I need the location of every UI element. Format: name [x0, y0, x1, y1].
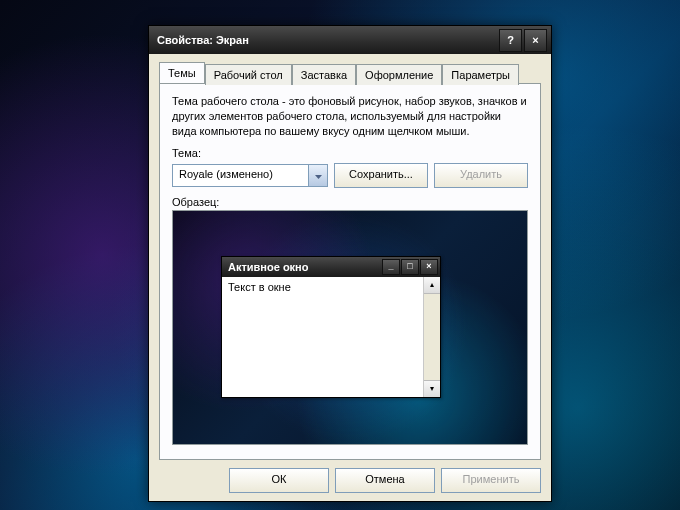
preview-maximize-button: □: [401, 259, 419, 275]
cancel-button[interactable]: Отмена: [335, 468, 435, 493]
button-label: Удалить: [460, 168, 502, 180]
scroll-down-icon: ▾: [424, 380, 440, 397]
combobox-dropdown-button[interactable]: [308, 165, 327, 186]
button-label: Сохранить...: [349, 168, 413, 180]
display-properties-dialog: Свойства: Экран ? × Темы Рабочий стол За…: [148, 25, 552, 502]
tab-label: Рабочий стол: [214, 69, 283, 81]
theme-combobox[interactable]: Royale (изменено): [172, 164, 328, 187]
help-icon: ?: [507, 34, 514, 46]
preview-window-titlebar: Активное окно _ □ ×: [222, 257, 440, 277]
dialog-footer: ОК Отмена Применить: [159, 460, 541, 493]
tab-label: Оформление: [365, 69, 433, 81]
tab-screensaver[interactable]: Заставка: [292, 64, 356, 85]
preview-window-text: Текст в окне: [222, 277, 423, 397]
close-icon: ×: [426, 262, 431, 271]
theme-combobox-value: Royale (изменено): [173, 165, 308, 186]
theme-preview: Активное окно _ □ × Текст в окне ▴ ▾: [172, 210, 528, 445]
tab-label: Параметры: [451, 69, 510, 81]
button-label: Применить: [463, 473, 520, 485]
button-label: ОК: [272, 473, 287, 485]
delete-theme-button: Удалить: [434, 163, 528, 188]
titlebar[interactable]: Свойства: Экран ? ×: [149, 26, 551, 54]
tab-label: Заставка: [301, 69, 347, 81]
preview-scrollbar: ▴ ▾: [423, 277, 440, 397]
apply-button: Применить: [441, 468, 541, 493]
preview-minimize-button: _: [382, 259, 400, 275]
theme-description: Тема рабочего стола - это фоновый рисуно…: [172, 94, 528, 139]
ok-button[interactable]: ОК: [229, 468, 329, 493]
preview-window-body: Текст в окне ▴ ▾: [222, 277, 440, 397]
chevron-down-icon: [315, 169, 322, 181]
tab-strip: Темы Рабочий стол Заставка Оформление Па…: [159, 62, 541, 83]
preview-active-window: Активное окно _ □ × Текст в окне ▴ ▾: [221, 256, 441, 398]
dialog-body: Темы Рабочий стол Заставка Оформление Па…: [149, 54, 551, 501]
scroll-up-icon: ▴: [424, 277, 440, 294]
tab-desktop[interactable]: Рабочий стол: [205, 64, 292, 85]
tab-label: Темы: [168, 67, 196, 79]
preview-close-button: ×: [420, 259, 438, 275]
scroll-track: [424, 294, 440, 380]
button-label: Отмена: [365, 473, 404, 485]
maximize-icon: □: [407, 262, 412, 271]
desktop-background: Свойства: Экран ? × Темы Рабочий стол За…: [0, 0, 680, 510]
tab-appearance[interactable]: Оформление: [356, 64, 442, 85]
preview-window-title: Активное окно: [228, 261, 381, 273]
close-button[interactable]: ×: [524, 29, 547, 52]
theme-row: Royale (изменено) Сохранить... Удалить: [172, 163, 528, 188]
tab-page-themes: Тема рабочего стола - это фоновый рисуно…: [159, 83, 541, 460]
theme-label: Тема:: [172, 147, 528, 159]
help-button[interactable]: ?: [499, 29, 522, 52]
window-title: Свойства: Экран: [157, 34, 497, 46]
sample-label: Образец:: [172, 196, 528, 208]
close-icon: ×: [532, 34, 538, 46]
tab-themes[interactable]: Темы: [159, 62, 205, 83]
minimize-icon: _: [388, 262, 393, 271]
save-theme-button[interactable]: Сохранить...: [334, 163, 428, 188]
tab-settings[interactable]: Параметры: [442, 64, 519, 85]
